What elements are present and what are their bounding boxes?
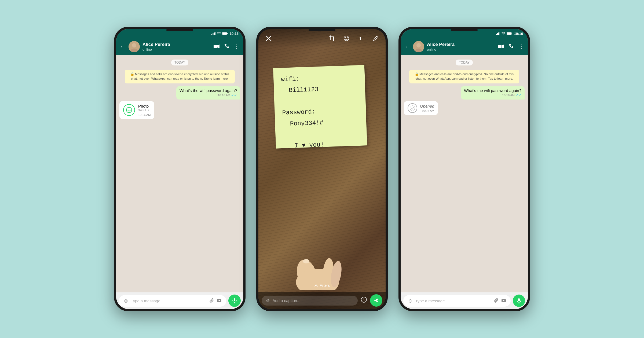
signal-icon-3 (496, 32, 500, 35)
date-badge-1: TODAY (171, 60, 188, 65)
wifi-icon-3 (501, 32, 506, 35)
chevron-up-icon (314, 284, 318, 287)
svg-rect-15 (234, 298, 235, 301)
avatar-3 (413, 41, 424, 52)
photo-label: Photo (138, 104, 151, 108)
opened-time: 10:16 AM (420, 109, 434, 112)
photo-size: 348 KB (138, 108, 151, 112)
svg-point-22 (303, 259, 309, 263)
filters-label: Filters (320, 283, 330, 288)
emoji-icon-3[interactable]: ☺ (408, 298, 413, 304)
video-icon-1[interactable] (214, 44, 219, 50)
opened-message: Opened 10:16 AM (404, 101, 438, 115)
crop-icon[interactable] (327, 33, 337, 44)
svg-point-39 (416, 43, 421, 47)
svg-rect-34 (499, 32, 500, 35)
chat-body-1: TODAY 🔒 Messages and calls are end-to-en… (116, 55, 243, 292)
phone-icon-1[interactable] (224, 44, 229, 50)
double-tick-1: ✓✓ (231, 93, 237, 97)
svg-rect-0 (211, 34, 212, 35)
svg-marker-11 (217, 45, 219, 48)
message-text-1: What's the wifi password again? (180, 88, 237, 93)
signal-icons-1 (211, 32, 228, 35)
photo-message-1[interactable]: Photo 348 KB 10:16 AM (119, 101, 154, 119)
contact-status-3: online (427, 47, 495, 52)
svg-point-8 (132, 43, 136, 47)
svg-rect-36 (507, 32, 511, 35)
contact-name-3: Alice Pereira (427, 42, 495, 47)
phone-2-screen: wifi: Billil23 Password: Pony334!# I ♥ y… (258, 29, 386, 309)
chat-body-3: TODAY 🔒 Messages and calls are end-to-en… (401, 55, 528, 292)
svg-rect-37 (511, 33, 512, 34)
send-button[interactable] (370, 294, 382, 307)
emoji-tool-icon[interactable] (341, 33, 352, 44)
editor-tools-right: T (327, 33, 381, 44)
header-icons-3: ⋮ (498, 44, 524, 50)
caption-placeholder: Add a caption... (272, 298, 354, 303)
camera-icon-3[interactable] (501, 298, 506, 304)
phone-3-screen: 10:16 ← Alice Pereira online (401, 29, 528, 309)
photo-background: wifi: Billil23 Password: Pony334!# I ♥ y… (258, 29, 386, 309)
phone-icon-3[interactable] (509, 44, 514, 50)
svg-rect-1 (213, 33, 213, 35)
input-field-1[interactable]: ☺ Type a message (119, 295, 226, 307)
input-placeholder-1: Type a message (131, 299, 207, 303)
filters-bar[interactable]: Filters (258, 283, 386, 288)
phone-2-notch (309, 29, 335, 31)
contact-info-1: Alice Pereira online (142, 42, 211, 51)
back-button-1[interactable]: ← (120, 43, 126, 50)
draw-tool-icon[interactable] (370, 33, 381, 44)
opened-icon (408, 103, 417, 113)
input-placeholder-3: Type a message (415, 299, 491, 303)
close-button-editor[interactable] (263, 33, 274, 44)
svg-point-25 (344, 36, 349, 41)
photo-info: Photo 348 KB 10:16 AM (138, 104, 151, 116)
timer-icon[interactable] (360, 296, 367, 305)
message-out-1: What's the wifi password again? 10:16 AM… (176, 86, 240, 100)
svg-point-44 (503, 300, 504, 301)
opened-text: Opened 10:16 AM (420, 104, 434, 112)
input-bar-3: ☺ Type a message (401, 292, 528, 309)
input-field-3[interactable]: ☺ Type a message (403, 295, 511, 307)
camera-icon-1[interactable] (217, 298, 222, 304)
caption-bar: ☺ Add a caption... (258, 292, 386, 309)
photo-download-icon (123, 104, 135, 116)
text-tool-icon[interactable]: T (356, 33, 366, 44)
svg-rect-10 (214, 45, 217, 48)
svg-rect-6 (227, 33, 228, 34)
input-bar-1: ☺ Type a message (116, 292, 243, 309)
status-time-1: 10:16 (230, 32, 239, 36)
battery-icon (222, 32, 228, 35)
attach-icon-1[interactable] (209, 298, 214, 304)
mic-button-1[interactable] (228, 295, 241, 307)
video-icon-3[interactable] (498, 44, 504, 50)
caption-input[interactable]: ☺ Add a caption... (262, 296, 358, 306)
svg-rect-41 (498, 45, 502, 48)
emoji-icon-1[interactable]: ☺ (123, 298, 129, 304)
double-tick-3: ✓✓ (515, 93, 521, 97)
date-badge-3: TODAY (456, 60, 473, 65)
encryption-notice-3: 🔒 Messages and calls are end-to-end encr… (409, 70, 519, 83)
message-time-3: 10:16 AM ✓✓ (464, 93, 521, 97)
encryption-notice-1: 🔒 Messages and calls are end-to-end encr… (125, 70, 235, 83)
message-text-3: What's the wifi password again? (464, 88, 521, 93)
editor-screen: wifi: Billil23 Password: Pony334!# I ♥ y… (258, 29, 386, 309)
contact-status-1: online (142, 47, 211, 52)
back-button-3[interactable]: ← (404, 43, 410, 50)
svg-text:T: T (359, 36, 362, 41)
chat-header-1: ← Alice Pereira online ⋮ (116, 38, 243, 55)
phone-3-notch (451, 29, 478, 31)
attach-icon-3[interactable] (493, 298, 499, 304)
message-time-1: 10:16 AM ✓✓ (180, 93, 237, 97)
status-time-3: 10:16 (514, 32, 523, 36)
sticky-note: wifi: Billil23 Password: Pony334!# I ♥ y… (273, 65, 367, 149)
photo-time: 10:16 AM (138, 113, 151, 116)
svg-rect-5 (222, 32, 227, 35)
svg-rect-3 (215, 32, 216, 35)
svg-point-43 (410, 106, 415, 111)
more-icon-3[interactable]: ⋮ (518, 44, 524, 49)
svg-rect-2 (214, 32, 215, 35)
mic-button-3[interactable] (513, 295, 525, 307)
caption-emoji-icon: ☺ (265, 298, 270, 303)
more-icon-1[interactable]: ⋮ (234, 44, 240, 49)
